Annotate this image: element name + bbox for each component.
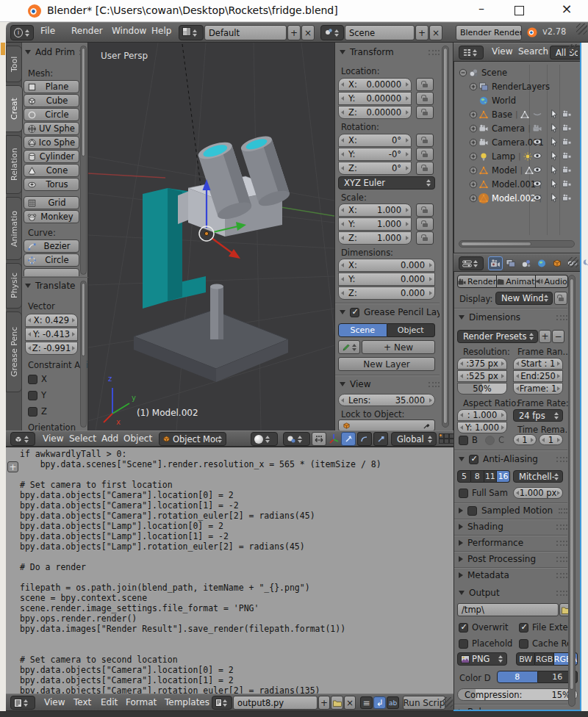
lock-to-object-field[interactable]	[338, 419, 435, 431]
panel-header-metadata[interactable]: Metadata	[459, 570, 567, 580]
pivot-point-selector[interactable]	[283, 432, 310, 446]
aa-filter-size-field[interactable]: 1.000 px	[513, 487, 563, 499]
frame-end-field[interactable]: End:250	[513, 370, 563, 382]
output-check-placehold[interactable]: Placehold	[459, 638, 512, 649]
location-y-field[interactable]: Y:0.00000	[338, 92, 412, 105]
checkbox[interactable]	[519, 639, 528, 649]
grease-object-tab[interactable]: Object	[387, 323, 436, 337]
tab-tool[interactable]: Tool	[6, 46, 22, 82]
menu-view[interactable]: View	[44, 697, 65, 707]
output-check-cache-re[interactable]: Cache Re	[519, 638, 572, 649]
add-torus-button[interactable]: Torus	[24, 178, 79, 191]
render-engine-selector[interactable]: Blender Render	[456, 25, 522, 40]
add-plane-button[interactable]: Plane	[24, 80, 79, 93]
editor-type-selector[interactable]	[459, 256, 484, 270]
add-uv-sphe-button[interactable]: UV Sphe	[24, 122, 79, 135]
code-line[interactable]: # Do a render	[20, 562, 453, 572]
outliner-item-label[interactable]: World	[492, 96, 516, 106]
menu-add[interactable]: Add	[101, 433, 118, 444]
grease-new-button[interactable]: + New	[362, 340, 435, 354]
frame-step-field[interactable]: Frame: 1	[513, 383, 563, 394]
outliner-item-label[interactable]: Base	[492, 109, 512, 120]
display-lock-button[interactable]	[554, 292, 567, 305]
frame-rate-dropdown[interactable]: 24 fps	[513, 409, 563, 422]
menu-format[interactable]: Format	[126, 697, 157, 707]
menu-help[interactable]: Help	[151, 26, 171, 36]
increment-arrow[interactable]	[557, 374, 560, 378]
outliner-item-label[interactable]: RenderLayers	[492, 82, 550, 92]
anti-aliasing-panel-header[interactable]: Anti-Aliasing	[459, 454, 567, 464]
panel-grip-icon[interactable]	[429, 382, 440, 387]
panel-grip-icon[interactable]	[556, 525, 567, 530]
selectability-toggle[interactable]	[548, 192, 559, 203]
expand-icon[interactable]	[468, 137, 478, 148]
3d-viewport-canvas[interactable]	[88, 43, 334, 430]
checkbox[interactable]	[459, 436, 468, 445]
new-layer-button[interactable]: New Layer	[338, 357, 435, 371]
rotation-x-lock-button[interactable]	[416, 134, 434, 147]
outliner-row[interactable]: Base|	[453, 107, 581, 121]
decrement-arrow[interactable]	[341, 208, 344, 212]
visibility-toggle[interactable]	[532, 179, 542, 189]
outliner-item-label[interactable]: Lamp	[492, 151, 515, 162]
crop-check-row[interactable]: C	[485, 435, 504, 445]
output-check-file-exten[interactable]: File Exten	[519, 622, 573, 633]
increment-arrow[interactable]	[406, 138, 409, 143]
scene-name-field[interactable]: Scene	[345, 25, 415, 40]
outliner-row[interactable]: RenderLayers	[453, 79, 581, 93]
menu-select[interactable]: Select	[69, 433, 96, 444]
increment-arrow[interactable]	[72, 318, 75, 323]
increment-arrow[interactable]	[406, 222, 409, 226]
code-line[interactable]	[20, 552, 453, 562]
dimensions-x-field[interactable]: X:0.000	[338, 259, 435, 272]
renderability-toggle[interactable]	[562, 109, 572, 119]
color-depth-8[interactable]: 8	[497, 671, 538, 683]
renderability-toggle[interactable]	[562, 165, 572, 175]
location-x-lock-button[interactable]	[416, 78, 434, 91]
transform-panel-header[interactable]: Transform	[340, 47, 440, 57]
visibility-toggle[interactable]	[532, 165, 542, 175]
outliner-row[interactable]: Model.002|	[453, 191, 581, 205]
render-animation-button[interactable]: Animat	[497, 275, 535, 288]
add-scene-button[interactable]: +	[415, 25, 429, 40]
viewport-shading-selector[interactable]	[251, 432, 278, 446]
maximize-button[interactable]	[514, 6, 524, 15]
layer-toggle[interactable]	[439, 439, 444, 444]
properties-tab-object[interactable]	[550, 256, 564, 270]
outliner-row[interactable]: Scene	[453, 65, 581, 79]
outliner-item-label[interactable]: Model	[492, 165, 517, 176]
code-line[interactable]: bpy.data.objects["Camera"].location[0] =…	[20, 490, 453, 500]
render-button[interactable]: Render	[457, 275, 497, 288]
clipped-button[interactable]	[24, 268, 79, 276]
rotation-z-lock-button[interactable]	[416, 162, 434, 175]
resolution-x-field[interactable]: :375 px	[457, 358, 507, 370]
menu-text[interactable]: Text	[74, 697, 91, 707]
decrement-arrow[interactable]	[341, 291, 344, 295]
location-y-lock-button[interactable]	[416, 92, 434, 105]
syntax-highlight-toggle[interactable]: ab	[387, 696, 399, 709]
code-line[interactable]: bpy.data.objects["Lamp"].location[1] = -…	[20, 531, 453, 541]
panel-header-performance[interactable]: Performance	[459, 538, 567, 548]
full-sample-row[interactable]: Full Sam	[459, 488, 508, 498]
selectability-toggle[interactable]	[548, 151, 559, 161]
screen-layout-name-field[interactable]: Default	[204, 25, 287, 40]
checkbox[interactable]	[467, 506, 477, 516]
increment-arrow[interactable]	[406, 96, 409, 101]
outliner-row[interactable]: Camera.001	[453, 135, 581, 149]
properties-tab-render-layers[interactable]	[503, 256, 518, 270]
outliner-row[interactable]: World	[453, 93, 581, 107]
tool-shelf-scrollbar[interactable]	[80, 46, 87, 275]
increment-arrow[interactable]	[406, 82, 409, 87]
frame-start-field[interactable]: Start : 1	[513, 358, 563, 370]
checkbox[interactable]	[485, 436, 495, 445]
decrement-arrow[interactable]	[341, 277, 344, 281]
collapse-icon[interactable]	[458, 68, 468, 78]
decrement-arrow[interactable]	[341, 110, 344, 115]
panel-header-sampled-motion-blu[interactable]: Sampled Motion Blu	[459, 505, 567, 516]
menu-templates[interactable]: Templates	[165, 697, 209, 707]
file-format-dropdown[interactable]: PNG	[457, 652, 507, 666]
anti-aliasing-checkbox[interactable]	[469, 455, 478, 464]
panel-grip-icon[interactable]	[429, 50, 440, 55]
selectability-toggle[interactable]	[548, 123, 559, 133]
code-line[interactable]	[20, 469, 453, 480]
